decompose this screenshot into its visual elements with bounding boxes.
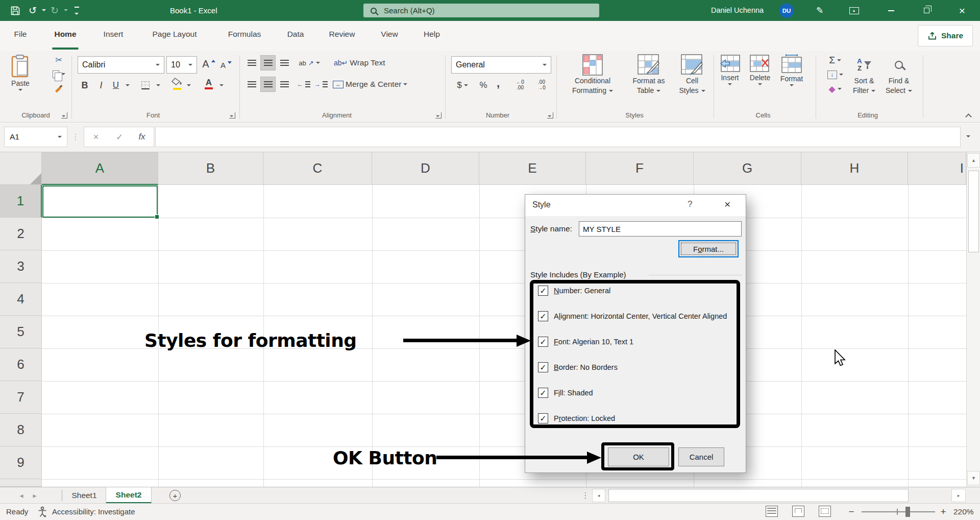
- orientation-button[interactable]: ab↗: [297, 55, 322, 70]
- sheet-tab-sheet1[interactable]: Sheet1: [63, 487, 106, 504]
- sort-filter-button[interactable]: AZ Sort & Filter: [848, 52, 880, 101]
- tab-view[interactable]: View: [379, 21, 400, 48]
- column-header-E[interactable]: E: [479, 152, 586, 185]
- share-button[interactable]: Share: [918, 25, 973, 46]
- style-name-input[interactable]: MY STYLE: [579, 221, 742, 237]
- font-size-dropdown-icon[interactable]: [188, 64, 192, 66]
- tab-help[interactable]: Help: [422, 21, 442, 48]
- format-button[interactable]: Format...: [678, 240, 739, 257]
- undo-dropdown-icon[interactable]: [42, 9, 46, 11]
- align-left-button[interactable]: [244, 77, 259, 92]
- zoom-out-button[interactable]: −: [845, 504, 857, 520]
- number-dialog-launcher[interactable]: [547, 112, 553, 119]
- cancel-button[interactable]: Cancel: [678, 447, 724, 466]
- tab-formulas[interactable]: Formulas: [226, 21, 263, 48]
- increase-decimal-button[interactable]: ←0.00: [510, 77, 530, 93]
- fill-color-button[interactable]: [170, 78, 184, 93]
- align-center-button[interactable]: [260, 77, 276, 92]
- dialog-title-bar[interactable]: Style ? ×: [525, 195, 746, 216]
- status-accessibility[interactable]: Accessibility: Investigate: [52, 504, 135, 520]
- row-header-6[interactable]: 6: [0, 348, 42, 381]
- sheet-tab-sheet2[interactable]: Sheet2: [106, 487, 152, 504]
- paste-button[interactable]: Paste: [6, 53, 35, 102]
- borders-dropdown-icon[interactable]: [156, 84, 160, 86]
- shrink-font-button[interactable]: A: [218, 57, 234, 73]
- zoom-level[interactable]: 220%: [953, 504, 974, 520]
- sheet-nav-right-button[interactable]: ▸: [29, 487, 41, 504]
- formula-input[interactable]: [155, 127, 961, 147]
- collapse-ribbon-button[interactable]: [962, 111, 975, 122]
- tab-page-layout[interactable]: Page Layout: [150, 21, 199, 48]
- user-name[interactable]: Daniel Uchenna: [700, 0, 774, 21]
- merge-center-button[interactable]: ↔ Merge & Center: [333, 77, 441, 92]
- fill-handle[interactable]: [155, 215, 159, 219]
- search-box[interactable]: Search (Alt+Q): [363, 4, 599, 17]
- align-top-button[interactable]: [244, 55, 259, 70]
- italic-button[interactable]: I: [95, 78, 107, 93]
- vertical-scrollbar[interactable]: ▲ ▼: [966, 152, 980, 487]
- fill-color-dropdown-icon[interactable]: [187, 84, 191, 86]
- column-header-G[interactable]: G: [694, 152, 801, 185]
- row-header-1[interactable]: 1: [0, 185, 42, 218]
- dialog-help-button[interactable]: ?: [688, 199, 692, 209]
- coming-soon-button[interactable]: ✎: [812, 3, 828, 18]
- conditional-formatting-button[interactable]: Conditional Formatting: [560, 52, 625, 101]
- row-header-2[interactable]: 2: [0, 218, 42, 250]
- grow-font-button[interactable]: A: [200, 55, 217, 73]
- ribbon-display-options-button[interactable]: ▲: [844, 4, 864, 17]
- redo-dropdown-icon[interactable]: [64, 9, 68, 11]
- minimize-button[interactable]: [873, 0, 909, 21]
- tab-data[interactable]: Data: [285, 21, 306, 48]
- bold-button[interactable]: B: [78, 78, 92, 93]
- tab-file[interactable]: File: [12, 21, 29, 48]
- align-bottom-button[interactable]: [277, 55, 292, 70]
- fill-button[interactable]: ↓: [821, 68, 849, 81]
- zoom-in-button[interactable]: +: [937, 504, 949, 520]
- sheet-nav-left-button[interactable]: ◂: [15, 487, 28, 504]
- tab-home[interactable]: Home: [52, 21, 78, 50]
- enter-entry-button[interactable]: ✓: [111, 129, 128, 145]
- row-header-7[interactable]: 7: [0, 381, 42, 414]
- selected-cell-A1[interactable]: [42, 185, 158, 218]
- tab-insert[interactable]: Insert: [102, 21, 126, 48]
- format-button-ribbon[interactable]: Format: [776, 52, 807, 101]
- tab-review[interactable]: Review: [327, 21, 357, 48]
- font-name-combo[interactable]: Calibri: [78, 56, 164, 74]
- zoom-slider-track[interactable]: [862, 511, 935, 512]
- currency-button[interactable]: $: [453, 78, 472, 93]
- align-right-button[interactable]: [277, 77, 292, 92]
- scroll-up-button[interactable]: ▲: [967, 153, 980, 168]
- horizontal-scrollbar-thumb[interactable]: [608, 489, 909, 502]
- clipboard-dialog-launcher[interactable]: [61, 112, 67, 119]
- autosum-button[interactable]: Σ: [821, 54, 849, 67]
- column-header-C[interactable]: C: [263, 152, 372, 185]
- undo-button[interactable]: ↺: [26, 3, 40, 17]
- save-button[interactable]: [8, 4, 22, 18]
- scroll-down-button[interactable]: ▼: [967, 471, 980, 485]
- comma-button[interactable]: ,: [493, 76, 503, 91]
- underline-button[interactable]: U: [109, 78, 122, 93]
- font-color-dropdown-icon[interactable]: [219, 84, 224, 86]
- number-format-dropdown-icon[interactable]: [543, 64, 547, 66]
- alignment-dialog-launcher[interactable]: [435, 112, 442, 119]
- decrease-indent-button[interactable]: ←: [296, 77, 311, 92]
- paste-dropdown-icon[interactable]: [18, 89, 22, 91]
- insert-button[interactable]: Insert: [716, 52, 744, 101]
- vertical-scrollbar-thumb[interactable]: [968, 171, 979, 252]
- close-button[interactable]: ×: [944, 0, 980, 21]
- select-all-corner[interactable]: [0, 152, 42, 185]
- view-page-break-button[interactable]: [819, 506, 831, 517]
- avatar[interactable]: DU: [779, 4, 794, 18]
- align-middle-button[interactable]: [260, 55, 276, 70]
- format-as-table-button[interactable]: Format as Table: [627, 52, 671, 101]
- increase-indent-button[interactable]: →: [313, 77, 329, 92]
- delete-button[interactable]: Delete: [745, 52, 775, 101]
- font-dialog-launcher[interactable]: [229, 112, 235, 119]
- add-sheet-button[interactable]: +: [169, 490, 181, 501]
- column-header-I[interactable]: I: [908, 152, 966, 185]
- format-painter-button[interactable]: [49, 82, 68, 95]
- clear-button[interactable]: ◆: [821, 82, 849, 96]
- name-box-splitter[interactable]: ⋮: [72, 129, 79, 145]
- column-header-F[interactable]: F: [586, 152, 694, 185]
- cell-styles-button[interactable]: Cell Styles: [672, 52, 713, 101]
